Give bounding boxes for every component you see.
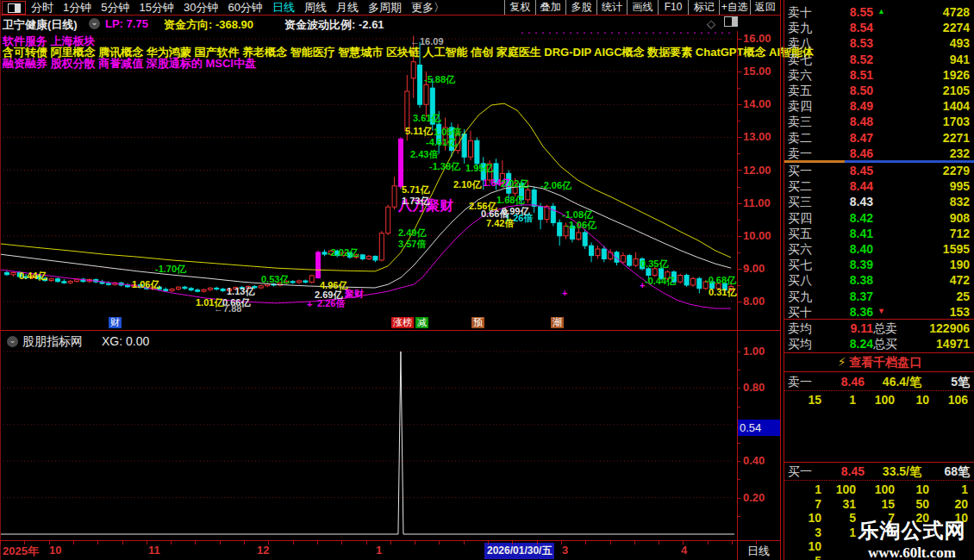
buy-row-6[interactable]: 买五8.41712: [784, 227, 974, 242]
period-tab-多周期[interactable]: 多周期: [368, 0, 402, 16]
chevron-down-icon[interactable]: ⌄: [89, 18, 100, 29]
event-tag-预[interactable]: 预: [471, 317, 484, 328]
year-label: 2025年: [3, 544, 39, 559]
level-price: 8.39: [850, 258, 873, 271]
sell-row-9[interactable]: 卖八8.53493: [784, 36, 974, 52]
sell-row-3[interactable]: 卖二8.472271: [784, 131, 974, 146]
queue-volume: 31: [842, 497, 856, 511]
toolbar-button-统计[interactable]: 统计: [596, 0, 627, 15]
level-label: 卖八: [788, 36, 812, 52]
price-label-15.00: 15.00: [743, 65, 771, 78]
queue-volume: 10: [808, 511, 821, 525]
level-price: 8.37: [850, 289, 873, 303]
sell-row-8[interactable]: 卖七8.52941: [784, 53, 974, 68]
period-tab-30分钟[interactable]: 30分钟: [184, 0, 218, 16]
period-tab-月线[interactable]: 月线: [336, 0, 359, 16]
level-volume: 493: [950, 36, 970, 50]
buy-row-3[interactable]: 买二8.44995: [784, 179, 974, 195]
period-tab-日线[interactable]: 日线: [272, 0, 295, 16]
price-label-13.00: 13.00: [743, 130, 771, 143]
fund-ratio-value: -2.61: [359, 18, 384, 31]
fund-direction-value: -368.90: [215, 18, 253, 31]
period-tab-60分钟[interactable]: 60分钟: [228, 0, 262, 16]
level-label: 卖四: [788, 99, 812, 115]
indicator-name[interactable]: 股朋指标网: [22, 334, 83, 350]
level-label: 买一: [788, 164, 812, 179]
fund-direction-label: 资金方向:: [164, 18, 212, 31]
chevron-down-icon[interactable]: ⌄: [7, 336, 18, 347]
period-tab-分时[interactable]: 分时: [31, 0, 53, 16]
event-tag-潮[interactable]: 潮: [551, 317, 564, 328]
month-label-11: 11: [148, 544, 160, 557]
diamond-icon[interactable]: ◇: [707, 17, 715, 30]
period-tab-更多〉[interactable]: 更多〉: [411, 0, 445, 16]
period-tab-5分钟[interactable]: 5分钟: [101, 0, 129, 16]
month-label-4: 4: [681, 544, 687, 557]
toolbar-button-多股[interactable]: 多股: [565, 0, 596, 15]
sell-row-7[interactable]: 卖六8.511926: [784, 68, 974, 84]
level-volume: 1703: [943, 115, 970, 128]
level-label: 买五: [788, 227, 812, 242]
level-label: 买七: [788, 258, 812, 273]
sell-row-4[interactable]: 卖三8.481703: [784, 115, 974, 130]
level-label: 买九: [788, 289, 812, 305]
panel-divider: [0, 330, 780, 331]
buy-row-9[interactable]: 买八8.38472: [784, 273, 974, 289]
period-tab-周线[interactable]: 周线: [304, 0, 327, 16]
toolbar-button-叠加[interactable]: 叠加: [535, 0, 566, 15]
up-arrow-icon: ▲: [877, 7, 885, 16]
buy-row-4[interactable]: 买三8.43832: [784, 195, 974, 210]
thousand-depth-link[interactable]: ⚡ 查看千档盘口: [784, 355, 974, 370]
level-volume: 1926: [943, 68, 970, 82]
level-label: 卖十: [788, 5, 812, 21]
period-label[interactable]: 日线: [738, 544, 779, 559]
toolbar-button-返回[interactable]: 返回: [750, 0, 781, 15]
level-volume: 908: [950, 211, 970, 225]
event-tag-涨榜[interactable]: 涨榜: [391, 317, 414, 328]
event-tag-财[interactable]: 财: [109, 317, 122, 328]
period-tab-1分钟[interactable]: 1分钟: [63, 0, 91, 16]
toolbar-button-标记[interactable]: 标记: [688, 0, 719, 15]
down-arrow-icon: ▼: [877, 307, 885, 315]
month-label-3: 3: [562, 544, 568, 557]
level-label: 买二: [788, 179, 812, 195]
pane-toggle-icon[interactable]: [724, 16, 738, 27]
price-label-8.00: 8.00: [743, 295, 765, 308]
buy-row-7[interactable]: 买六8.401595: [784, 242, 974, 258]
buy-row-8[interactable]: 买七8.39190: [784, 258, 974, 273]
level-volume: 2279: [943, 164, 970, 177]
toolbar-button-+自选[interactable]: +自选: [719, 0, 750, 15]
queue-volume: 1: [849, 393, 856, 407]
price-label-12.00: 12.00: [743, 164, 771, 177]
cursor-date-box: 2026/01/30/五: [484, 543, 554, 559]
buy-row-10[interactable]: 买九8.3725: [784, 289, 974, 305]
app-window: 分时1分钟5分钟15分钟30分钟60分钟日线周线月线多周期更多〉 复权叠加多股统…: [0, 0, 974, 560]
sell-row-5[interactable]: 卖四8.491404: [784, 99, 974, 115]
level-label: 买三: [788, 195, 812, 210]
toolbar-button-画线[interactable]: 画线: [627, 0, 658, 15]
buy-row-2[interactable]: 买一8.452279: [784, 164, 974, 179]
queue-volume: 1: [961, 482, 968, 496]
level-price: 8.50: [850, 84, 873, 97]
price-label-10.00: 10.00: [743, 229, 771, 242]
cursor-value-box: 0.54: [738, 420, 780, 436]
ask-ratio-bar: [845, 160, 974, 163]
window-layout-icon[interactable]: [2, 1, 26, 15]
event-tag-减[interactable]: 减: [415, 317, 428, 328]
sell-row-6[interactable]: 卖五8.502105: [784, 84, 974, 99]
level-volume: 712: [950, 227, 970, 240]
buy-row-5[interactable]: 买四8.42908: [784, 211, 974, 227]
fund-ratio-label: 资金波动比例:: [284, 18, 355, 31]
frame-left: [0, 0, 1, 560]
indicator-label-0.40: 0.40: [743, 454, 765, 467]
sell-row-10[interactable]: 卖九8.542274: [784, 21, 974, 36]
candlestick-chart[interactable]: [0, 31, 737, 330]
toolbar-button-复权[interactable]: 复权: [504, 0, 535, 15]
period-tab-15分钟[interactable]: 15分钟: [139, 0, 173, 16]
indicator-chart[interactable]: [0, 332, 737, 538]
lp-value: 7.75: [127, 17, 148, 30]
toolbar-button-F10[interactable]: F10: [658, 0, 689, 15]
sell-row-11[interactable]: 卖十8.55▲4728: [784, 5, 974, 21]
level-volume: 25: [956, 289, 970, 303]
level-label: 卖二: [788, 131, 812, 146]
